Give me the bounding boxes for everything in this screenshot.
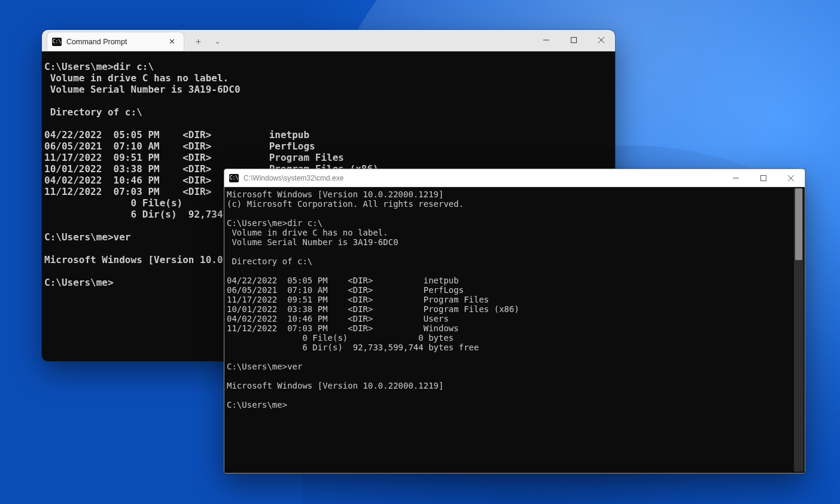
svg-rect-0 (571, 38, 577, 43)
cmd-icon: C:\ (52, 38, 62, 46)
minimize-button[interactable] (722, 169, 750, 187)
maximize-button[interactable] (750, 169, 777, 187)
cmd-exe-window[interactable]: C:\ C:\Windows\system32\cmd.exe Microsof… (224, 169, 805, 474)
scrollbar-thumb[interactable] (795, 188, 802, 260)
cmd-titlebar[interactable]: C:\ C:\Windows\system32\cmd.exe (224, 169, 805, 187)
new-tab-button[interactable]: ＋ (189, 33, 207, 50)
tab-close-button[interactable]: ✕ (166, 36, 178, 47)
close-button[interactable] (588, 30, 615, 51)
terminal-titlebar[interactable]: C:\ Command Prompt ✕ ＋ ⌄ (42, 30, 615, 51)
terminal-tab-title: Command Prompt (66, 38, 162, 46)
minimize-button[interactable] (532, 30, 560, 51)
cmd-window-title: C:\Windows\system32\cmd.exe (244, 174, 717, 182)
cmd-icon: C:\ (229, 174, 239, 182)
svg-rect-1 (761, 175, 766, 181)
scrollbar-vertical[interactable] (794, 188, 804, 472)
maximize-button[interactable] (560, 30, 588, 51)
tab-dropdown-button[interactable]: ⌄ (211, 33, 224, 50)
close-button[interactable] (777, 169, 805, 187)
terminal-tab-cmd[interactable]: C:\ Command Prompt ✕ (47, 32, 184, 51)
cmd-output[interactable]: Microsoft Windows [Version 10.0.22000.12… (224, 187, 805, 473)
